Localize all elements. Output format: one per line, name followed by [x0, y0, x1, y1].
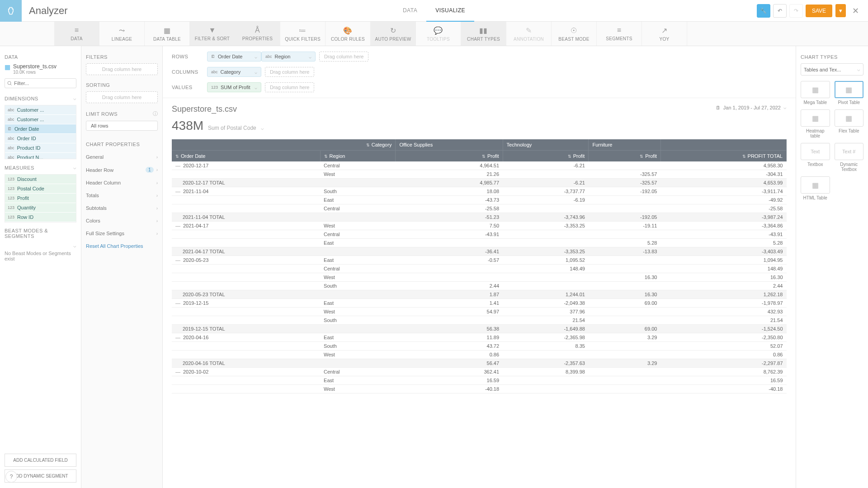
- chevron-down-icon: ⌵: [309, 54, 311, 59]
- chart-category-select[interactable]: Tables and Tex... ⌵: [801, 63, 863, 76]
- limit-rows-select[interactable]: All rows: [86, 121, 158, 131]
- collapse-icon[interactable]: —: [175, 223, 183, 228]
- measure-item[interactable]: 123Row ID: [5, 213, 76, 222]
- chart-property-item[interactable]: Full Size Settings›: [86, 227, 158, 240]
- toolbar-charttypes[interactable]: ▮▮CHART TYPES: [461, 22, 506, 46]
- profit-total-header[interactable]: ⇅PROFIT TOTAL: [660, 151, 786, 162]
- region-header[interactable]: ⇅Region: [320, 151, 396, 162]
- chevron-down-icon[interactable]: ⌵: [73, 165, 77, 171]
- orderdate-header[interactable]: ⇅Order Date: [172, 151, 320, 162]
- toolbar-yoy[interactable]: ↗YOY: [642, 22, 687, 46]
- collapse-icon[interactable]: —: [175, 163, 183, 168]
- close-button[interactable]: ✕: [849, 6, 863, 16]
- toolbar-filtersort[interactable]: ▼FILTER & SORT: [190, 22, 235, 46]
- metric-number: 438M: [172, 118, 203, 133]
- redo-button[interactable]: ↷: [789, 4, 803, 18]
- measure-item[interactable]: 123Discount: [5, 175, 76, 184]
- profit-header-3[interactable]: ⇅Profit: [589, 151, 660, 162]
- columns-dropzone[interactable]: Drag column here: [265, 67, 314, 77]
- chart-property-item[interactable]: Totals›: [86, 189, 158, 202]
- date-range[interactable]: 🗓 Jan 1, 2019 - Jul 27, 2022 ⌵: [716, 104, 787, 110]
- table-total-row: 2020-04-16 TOTAL56.47-2,357.633.29-2,297…: [172, 359, 787, 368]
- chart-property-item[interactable]: General›: [86, 151, 158, 163]
- toolbar-quickfilters[interactable]: ≔QUICK FILTERS: [280, 22, 326, 46]
- add-calculated-field-button[interactable]: ADD CALCULATED FIELD: [5, 454, 76, 467]
- field-pill[interactable]: abcRegion⌵: [261, 52, 316, 62]
- col-furniture[interactable]: Furniture: [589, 139, 660, 151]
- field-pill[interactable]: 🗓Order Date⌵: [207, 52, 261, 62]
- dimension-item[interactable]: abcCustomer ...: [5, 105, 76, 115]
- toolbar-data[interactable]: ≡DATA: [54, 22, 99, 46]
- chevron-down-icon[interactable]: ⌵: [261, 125, 264, 131]
- measure-item[interactable]: 123Profit: [5, 194, 76, 203]
- measure-item[interactable]: 123Quantity: [5, 203, 76, 213]
- dimension-item[interactable]: abcOrder ID: [5, 134, 76, 143]
- field-pill[interactable]: abcCategory⌵: [207, 67, 261, 77]
- toolbar-tooltips[interactable]: 💬TOOLTIPS: [416, 22, 461, 46]
- collapse-icon[interactable]: —: [175, 335, 183, 340]
- col-office-supplies[interactable]: Office Supplies: [396, 139, 503, 151]
- table-row: West0.860.86: [172, 351, 787, 359]
- chart-type-flex-table[interactable]: ▦Flex Table: [835, 109, 864, 138]
- tab-data[interactable]: DATA: [394, 0, 426, 22]
- chart-type-textbox[interactable]: TextTextbox: [801, 143, 830, 172]
- toolbar-lineage[interactable]: ⤳LINEAGE: [99, 22, 145, 46]
- chart-type-grid: ▦Mega Table▦Pivot Table▦Heatmap table▦Fl…: [801, 81, 863, 200]
- wrench-button[interactable]: 🔧: [757, 4, 770, 18]
- filters-dropzone[interactable]: Drag column here: [86, 63, 158, 75]
- chart-type-heatmap-table[interactable]: ▦Heatmap table: [801, 109, 830, 138]
- metric-label[interactable]: Sum of Postal Code: [208, 125, 256, 131]
- toolbar-segments[interactable]: ≡SEGMENTS: [597, 22, 642, 46]
- columns-label: COLUMNS: [172, 69, 203, 75]
- dataset-row[interactable]: ▦ Superstore_ts.csv 10.0K rows: [5, 63, 76, 75]
- sorting-dropzone[interactable]: Drag column here: [86, 91, 158, 103]
- chart-property-item[interactable]: Header Column›: [86, 176, 158, 189]
- collapse-icon[interactable]: —: [175, 257, 183, 263]
- measure-item[interactable]: 123Postal Code: [5, 184, 76, 194]
- reset-chart-properties-link[interactable]: Reset All Chart Properties: [86, 243, 158, 249]
- field-pill[interactable]: 123SUM of Profit⌵: [207, 82, 261, 92]
- rows-dropzone[interactable]: Drag column here: [319, 52, 368, 62]
- toolbar-beastmode[interactable]: ☉BEAST MODE: [552, 22, 597, 46]
- chart-type-dynamic-textbox[interactable]: Text #Dynamic Textbox: [835, 143, 864, 172]
- chart-type-mega-table[interactable]: ▦Mega Table: [801, 81, 830, 105]
- toolbar-colorrules[interactable]: 🎨COLOR RULES: [326, 22, 371, 46]
- collapse-icon[interactable]: —: [175, 189, 183, 194]
- app-logo: [0, 0, 22, 22]
- chart-type-html-table[interactable]: ▦HTML Table: [801, 176, 830, 200]
- chart-property-item[interactable]: Colors›: [86, 214, 158, 227]
- lineage-icon: ⤳: [119, 26, 125, 35]
- values-dropzone[interactable]: Drag column here: [265, 82, 314, 92]
- table-total-row: 2021-11-04 TOTAL-51.23-3,743.96-192.05-3…: [172, 213, 787, 222]
- dimension-item[interactable]: 🗓Order Date: [5, 124, 76, 134]
- profit-header-1[interactable]: ⇅Profit: [396, 151, 503, 162]
- toolbar-autopreview[interactable]: ↻AUTO PREVIEW: [371, 22, 416, 46]
- chevron-right-icon: ›: [156, 180, 158, 185]
- collapse-icon[interactable]: —: [175, 369, 183, 374]
- tab-visualize[interactable]: VISUALIZE: [426, 0, 474, 22]
- toolbar-properties[interactable]: ÅPROPERTIES: [235, 22, 280, 46]
- toolbar-annotation[interactable]: ✎ANNOTATION: [506, 22, 552, 46]
- filter-input[interactable]: [5, 78, 76, 88]
- save-button[interactable]: SAVE: [806, 5, 832, 17]
- chart-property-item[interactable]: Subtotals›: [86, 202, 158, 214]
- filtersort-icon: ▼: [208, 26, 216, 34]
- undo-button[interactable]: ↶: [773, 4, 787, 18]
- chevron-down-icon[interactable]: ⌵: [73, 95, 77, 101]
- dimension-item[interactable]: abcCustomer ...: [5, 115, 76, 124]
- collapse-icon[interactable]: —: [175, 300, 183, 306]
- help-button[interactable]: ?: [5, 471, 17, 483]
- category-header[interactable]: ⇅Category: [172, 139, 396, 151]
- chevron-down-icon[interactable]: ⌵: [73, 243, 76, 248]
- toolbar-datatable[interactable]: ▦DATA TABLE: [145, 22, 190, 46]
- save-dropdown[interactable]: ▾: [835, 4, 846, 17]
- tooltips-icon: 💬: [434, 26, 443, 35]
- rows-label: ROWS: [172, 54, 203, 59]
- dimension-item[interactable]: abcProduct N...: [5, 153, 76, 159]
- col-technology[interactable]: Technology: [503, 139, 589, 151]
- info-icon[interactable]: ⓘ: [153, 110, 158, 117]
- profit-header-2[interactable]: ⇅Profit: [503, 151, 589, 162]
- chart-property-item[interactable]: Header Row1›: [86, 163, 158, 176]
- chart-type-pivot-table[interactable]: ▦Pivot Table: [835, 81, 864, 105]
- dimension-item[interactable]: abcProduct ID: [5, 143, 76, 153]
